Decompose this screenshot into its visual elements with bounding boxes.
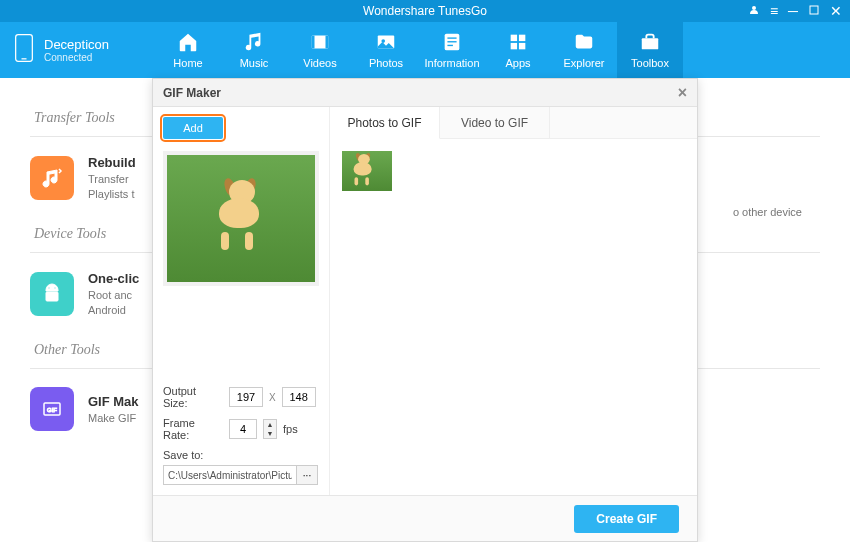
tab-photos[interactable]: Photos — [353, 22, 419, 78]
phone-icon — [14, 33, 34, 67]
title-bar: Wondershare TunesGo ≡ ─ ✕ — [0, 0, 850, 22]
thumbnail-item[interactable] — [342, 151, 392, 191]
device-block[interactable]: Decepticon Connected — [0, 22, 155, 78]
svg-rect-15 — [519, 43, 525, 49]
frame-rate-input[interactable] — [229, 419, 257, 439]
tab-apps[interactable]: Apps — [485, 22, 551, 78]
settings: Output Size: X Frame Rate: ▲▼ fps Save t… — [163, 385, 319, 485]
tab-label: Photos — [369, 57, 403, 69]
tab-toolbox[interactable]: Toolbox — [617, 22, 683, 78]
tab-label: Videos — [303, 57, 336, 69]
svg-rect-13 — [519, 35, 525, 41]
music-icon — [243, 31, 265, 53]
information-icon — [441, 31, 463, 53]
svg-rect-16 — [642, 38, 659, 49]
minimize-icon[interactable]: ─ — [788, 4, 798, 18]
svg-rect-19 — [46, 292, 58, 301]
subtabs: Photos to GIF Video to GIF — [330, 107, 697, 139]
tool-text: GIF Mak Make GIF — [88, 394, 139, 424]
tool-title: GIF Mak — [88, 394, 139, 409]
output-height-input[interactable] — [282, 387, 316, 407]
tool-title: One-clic — [88, 271, 139, 286]
frame-rate-label: Frame Rate: — [163, 417, 223, 441]
main-area: Transfer Tools Rebuild Transfer Playlist… — [0, 78, 850, 542]
right-pane: Photos to GIF Video to GIF — [329, 107, 697, 495]
fps-label: fps — [283, 423, 298, 435]
svg-rect-0 — [810, 6, 818, 14]
tab-label: Music — [240, 57, 269, 69]
left-pane: Add Output Size: X Frame Rate: — [153, 107, 329, 495]
photos-icon — [375, 31, 397, 53]
right-note: o other device — [733, 206, 802, 218]
tool-sub: Transfer — [88, 173, 136, 185]
home-icon — [177, 31, 199, 53]
preview-image — [163, 151, 319, 286]
svg-text:GIF: GIF — [47, 407, 57, 413]
tab-information[interactable]: Information — [419, 22, 485, 78]
save-to-label: Save to: — [163, 449, 203, 461]
subtab-spacer — [550, 107, 697, 139]
device-name: Decepticon — [44, 37, 109, 52]
modal-body: Add Output Size: X Frame Rate: — [153, 107, 697, 495]
svg-rect-10 — [447, 41, 456, 42]
svg-point-18 — [54, 287, 56, 289]
browse-button[interactable]: ··· — [296, 465, 318, 485]
menu-icon[interactable]: ≡ — [770, 4, 778, 18]
tab-label: Home — [173, 57, 202, 69]
tool-text: One-clic Root anc Android — [88, 271, 139, 316]
svg-rect-11 — [447, 45, 453, 46]
output-width-input[interactable] — [229, 387, 263, 407]
svg-rect-5 — [326, 36, 329, 49]
subtab-photos[interactable]: Photos to GIF — [330, 107, 440, 139]
create-gif-button[interactable]: Create GIF — [574, 505, 679, 533]
gif-maker-modal: GIF Maker × Add Output Size: X — [152, 78, 698, 542]
close-icon[interactable]: ✕ — [830, 4, 842, 18]
subtab-video[interactable]: Video to GIF — [440, 107, 550, 139]
tab-label: Toolbox — [631, 57, 669, 69]
toolbox-icon — [639, 31, 661, 53]
device-text: Decepticon Connected — [44, 37, 109, 63]
tool-sub: Android — [88, 304, 139, 316]
close-icon[interactable]: × — [678, 84, 687, 102]
tool-sub: Root anc — [88, 289, 139, 301]
gif-icon: GIF — [30, 387, 74, 431]
android-icon — [30, 272, 74, 316]
tab-label: Explorer — [564, 57, 605, 69]
save-path-input[interactable] — [163, 465, 297, 485]
tab-label: Information — [424, 57, 479, 69]
tool-sub: Playlists t — [88, 188, 136, 200]
tab-home[interactable]: Home — [155, 22, 221, 78]
top-nav: Decepticon Connected Home Music Videos P… — [0, 22, 850, 78]
app-title: Wondershare TunesGo — [363, 4, 487, 18]
tool-title: Rebuild — [88, 155, 136, 170]
svg-rect-9 — [447, 37, 456, 38]
explorer-icon — [573, 31, 595, 53]
apps-icon — [507, 31, 529, 53]
modal-header: GIF Maker × — [153, 79, 697, 107]
videos-icon — [309, 31, 331, 53]
tool-sub: Make GIF — [88, 412, 139, 424]
svg-rect-1 — [16, 35, 33, 62]
svg-rect-12 — [511, 35, 517, 41]
tab-music[interactable]: Music — [221, 22, 287, 78]
nav-tabs: Home Music Videos Photos Information App… — [155, 22, 850, 78]
maximize-icon[interactable] — [808, 4, 820, 19]
tab-explorer[interactable]: Explorer — [551, 22, 617, 78]
tab-label: Apps — [505, 57, 530, 69]
x-label: X — [269, 392, 276, 403]
modal-title: GIF Maker — [163, 86, 221, 100]
tool-text: Rebuild Transfer Playlists t — [88, 155, 136, 200]
output-size-label: Output Size: — [163, 385, 223, 409]
svg-point-17 — [48, 287, 50, 289]
svg-rect-4 — [312, 36, 315, 49]
thumbnails — [330, 139, 697, 203]
device-status: Connected — [44, 52, 109, 63]
tab-videos[interactable]: Videos — [287, 22, 353, 78]
user-icon[interactable] — [748, 4, 760, 19]
frame-rate-stepper[interactable]: ▲▼ — [263, 419, 277, 439]
rebuild-icon — [30, 156, 74, 200]
svg-rect-14 — [511, 43, 517, 49]
modal-footer: Create GIF — [153, 495, 697, 541]
window-controls: ≡ ─ ✕ — [748, 0, 842, 22]
add-button[interactable]: Add — [163, 117, 223, 139]
